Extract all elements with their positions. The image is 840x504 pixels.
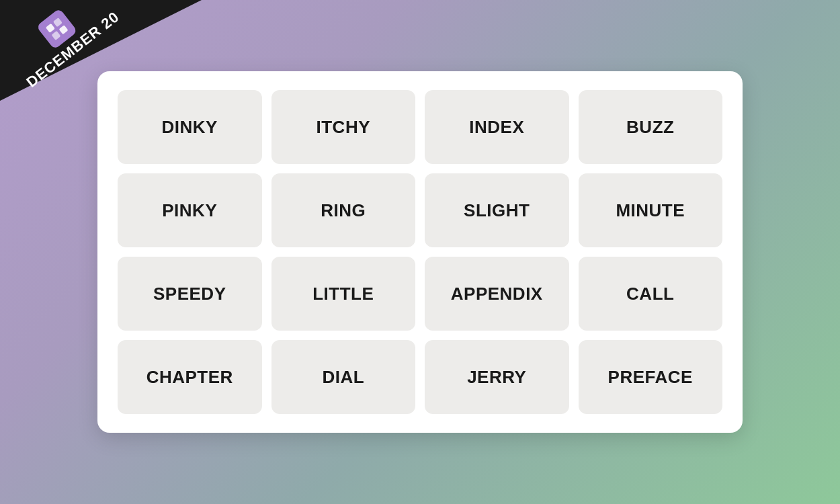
word-cell[interactable]: APPENDIX <box>425 257 569 331</box>
word-label: LITTLE <box>312 284 374 304</box>
word-cell[interactable]: BUZZ <box>579 90 723 164</box>
word-label: DIAL <box>322 367 364 388</box>
word-cell[interactable]: DIAL <box>271 340 416 414</box>
word-cell[interactable]: SPEEDY <box>118 257 262 331</box>
word-cell[interactable]: RING <box>271 173 416 247</box>
word-label: ITCHY <box>317 117 371 138</box>
word-label: CALL <box>626 284 674 304</box>
word-cell[interactable]: MINUTE <box>579 173 723 247</box>
grid-icon <box>44 16 70 42</box>
word-cell[interactable]: PREFACE <box>579 340 723 414</box>
word-cell[interactable]: CALL <box>579 257 723 331</box>
word-cell[interactable]: CHAPTER <box>118 340 262 414</box>
word-label: APPENDIX <box>451 284 543 304</box>
word-label: CHAPTER <box>146 367 233 388</box>
word-label: SLIGHT <box>464 200 530 221</box>
word-label: DINKY <box>162 117 218 138</box>
word-cell[interactable]: LITTLE <box>271 257 416 331</box>
word-label: PINKY <box>162 200 217 221</box>
word-label: MINUTE <box>616 200 685 221</box>
svg-rect-0 <box>46 24 55 33</box>
main-card: DINKYITCHYINDEXBUZZPINKYRINGSLIGHTMINUTE… <box>97 71 743 433</box>
word-label: PREFACE <box>608 367 693 388</box>
svg-rect-2 <box>51 31 60 40</box>
word-cell[interactable]: PINKY <box>118 173 262 247</box>
word-label: SPEEDY <box>153 284 226 304</box>
svg-rect-3 <box>58 25 68 34</box>
word-label: RING <box>321 200 366 221</box>
svg-rect-1 <box>53 17 62 27</box>
word-label: BUZZ <box>626 117 674 138</box>
word-cell[interactable]: JERRY <box>425 340 569 414</box>
corner-banner: DECEMBER 20 <box>0 0 215 108</box>
word-label: INDEX <box>469 117 524 138</box>
word-cell[interactable]: INDEX <box>425 90 569 164</box>
word-cell[interactable]: ITCHY <box>271 90 416 164</box>
word-label: JERRY <box>467 367 526 388</box>
word-cell[interactable]: SLIGHT <box>425 173 569 247</box>
word-grid: DINKYITCHYINDEXBUZZPINKYRINGSLIGHTMINUTE… <box>118 90 722 414</box>
